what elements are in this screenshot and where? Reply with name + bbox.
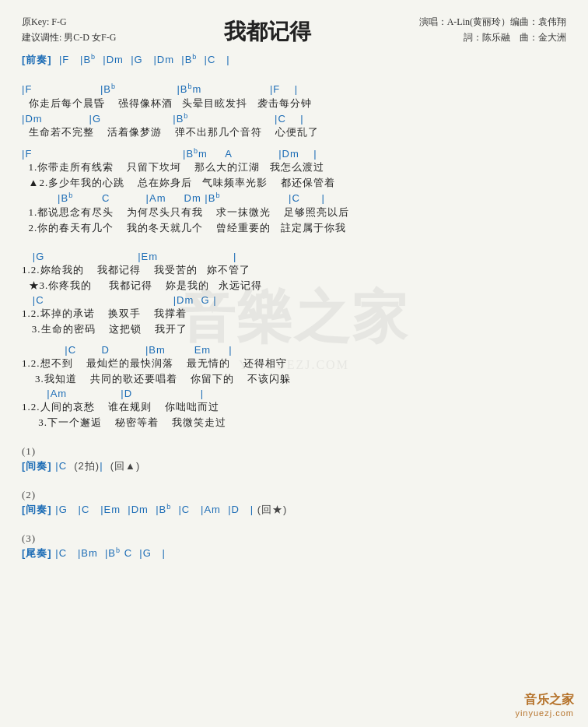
prelude-section: [前奏] |F |Bb |Dm |G |Dm |Bb |C | [22, 53, 566, 67]
chord-1b: |Dm |G |Bb |C | [22, 112, 566, 125]
header: 原Key: F-G 建议调性: 男C-D 女F-G 我都记得 演唱：A-Lin(… [22, 14, 566, 47]
chord-4b: |Am |D | [22, 388, 566, 399]
lyric-2a-1: 1.你带走所有线索 只留下坎坷 那么大的江湖 我怎么渡过 [22, 160, 566, 174]
outro-chord: [尾奏] |C |Bm |Bb C |G | [22, 546, 566, 560]
chord-2a: |F |Bbm A |Dm | [22, 147, 566, 160]
chord-3a: |G |Em | [22, 251, 566, 262]
interlude-1-chord: [间奏] |C (2拍)| (回▲) [22, 459, 566, 473]
lyric-2b-1: 1.都说思念有尽头 为何尽头只有我 求一抹微光 足够照亮以后 [22, 205, 566, 220]
page: 音樂之家 YINYUEZJ.COM 原Key: F-G 建议调性: 男C-D 女… [0, 0, 588, 727]
outro-section: (3) [尾奏] |C |Bm |Bb C |G | [22, 532, 566, 560]
interlude-2-chord: [间奏] |G |C |Em |Dm |Bb |C |Am |D | (回★) [22, 503, 566, 517]
interlude-2-label: (2) [22, 489, 566, 501]
performer: 演唱：A-Lin(黄丽玲）编曲：袁伟翔 [419, 14, 566, 30]
lyric-2a-2: ▲2.多少年我的心跳 总在妳身后 气味频率光影 都还保管着 [22, 176, 566, 190]
lyric-4a-1: 1.2.想不到 最灿烂的最快润落 最无情的 还得相守 [22, 356, 566, 371]
header-right: 演唱：A-Lin(黄丽玲）编曲：袁伟翔 詞：陈乐融 曲：金大洲 [419, 14, 566, 46]
logo: 音乐之家 yinyuezj.com [515, 692, 574, 718]
prelude-chord: [前奏] |F |Bb |Dm |G |Dm |Bb |C | [22, 53, 566, 67]
interlude-1-section: (1) [间奏] |C (2拍)| (回▲) [22, 445, 566, 473]
chord-3b: |C |Dm G | [22, 294, 566, 306]
section-4: |C D |Bm Em | 1.2.想不到 最灿烂的最快润落 最无情的 还得相守… [22, 344, 566, 430]
header-left: 原Key: F-G 建议调性: 男C-D 女F-G [22, 14, 116, 46]
prelude-label: [前奏] [22, 54, 52, 65]
logo-en: yinyuezj.com [515, 708, 574, 718]
lyric-3a-2: ★3.你疼我的 我都记得 妳是我的 永远记得 [22, 279, 566, 293]
lyric-1a: 你走后每个晨昏 强得像杯酒 头晕目眩发抖 袭击每分钟 [22, 97, 566, 111]
lyric-3b-1: 1.2.坏掉的承诺 换双手 我撑着 [22, 307, 566, 321]
lyric-3a-1: 1.2.妳给我的 我都记得 我受苦的 妳不管了 [22, 263, 566, 277]
lyric-3b-2: 3.生命的密码 这把锁 我开了 [22, 322, 566, 336]
lyric-2b-2: 2.你的春天有几个 我的冬天就几个 曾经重要的 註定属于你我 [22, 221, 566, 235]
outro-label: (3) [22, 532, 566, 545]
interlude-1-label: (1) [22, 445, 566, 458]
song-title: 我都记得 [116, 14, 418, 47]
original-key: 原Key: F-G [22, 14, 116, 30]
logo-cn: 音乐之家 [515, 692, 574, 708]
chord-4a: |C D |Bm Em | [22, 344, 566, 356]
chord-1a: |F |Bb |Bbm |F | [22, 83, 566, 95]
chord-2b: |Bb C |Am Dm |Bb |C | [22, 191, 566, 204]
lyric-1b: 生命若不完整 活着像梦游 弹不出那几个音符 心便乱了 [22, 125, 566, 139]
section-3: |G |Em | 1.2.妳给我的 我都记得 我受苦的 妳不管了 ★3.你疼我的… [22, 251, 566, 336]
lyric-4b-2: 3.下一个邂逅 秘密等着 我微笑走过 [22, 416, 566, 430]
lyric-4b-1: 1.2.人间的哀愁 谁在规则 你咄咄而过 [22, 400, 566, 414]
suggested-key: 建议调性: 男C-D 女F-G [22, 30, 116, 45]
lyric-4a-2: 3.我知道 共同的歌还要唱着 你留下的 不该闪躲 [22, 372, 566, 386]
section-2: |F |Bbm A |Dm | 1.你带走所有线索 只留下坎坷 那么大的江湖 我… [22, 147, 566, 235]
interlude-2-section: (2) [间奏] |G |C |Em |Dm |Bb |C |Am |D | (… [22, 489, 566, 517]
lyricist: 詞：陈乐融 曲：金大洲 [419, 30, 566, 45]
section-1: |F |Bb |Bbm |F | 你走后每个晨昏 强得像杯酒 头晕目眩发抖 袭击… [22, 83, 566, 139]
